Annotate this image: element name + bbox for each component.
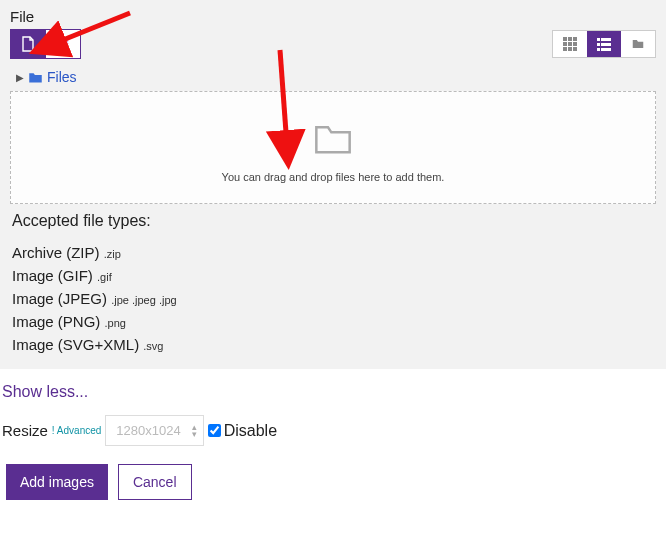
- svg-rect-14: [601, 48, 611, 51]
- disable-resize-label[interactable]: Disable: [208, 422, 277, 440]
- svg-rect-0: [563, 37, 567, 41]
- list-item: Image (PNG) .png: [12, 313, 654, 330]
- paperclip-icon: [56, 36, 70, 52]
- svg-rect-8: [573, 47, 577, 51]
- svg-rect-5: [573, 42, 577, 46]
- svg-rect-13: [597, 48, 600, 51]
- svg-rect-4: [568, 42, 572, 46]
- svg-rect-7: [568, 47, 572, 51]
- view-mode-toggle: [552, 30, 656, 58]
- select-arrows-icon: ▴▾: [192, 424, 197, 438]
- folder-icon: [28, 71, 43, 84]
- grid-icon: [563, 37, 577, 51]
- view-grid-button[interactable]: [553, 31, 587, 57]
- list-item: Image (GIF) .gif: [12, 267, 654, 284]
- chevron-right-icon: ▶: [16, 72, 24, 83]
- view-list-button[interactable]: [587, 31, 621, 57]
- view-folder-button[interactable]: [621, 31, 655, 57]
- resize-label: Resize: [2, 422, 48, 439]
- drop-zone[interactable]: You can drag and drop files here to add …: [10, 91, 656, 204]
- file-plus-icon: [21, 36, 35, 52]
- svg-rect-2: [573, 37, 577, 41]
- svg-rect-6: [563, 47, 567, 51]
- svg-rect-12: [601, 43, 611, 46]
- attach-file-button[interactable]: [45, 30, 80, 58]
- show-less-toggle[interactable]: Show less...: [2, 383, 88, 401]
- svg-rect-10: [601, 38, 611, 41]
- upload-mode-toggle: [10, 29, 81, 59]
- folder-icon: [631, 37, 645, 51]
- disable-resize-checkbox[interactable]: [208, 424, 221, 437]
- files-tree-label[interactable]: Files: [47, 69, 77, 85]
- advanced-link[interactable]: ! Advanced: [52, 425, 101, 436]
- svg-rect-1: [568, 37, 572, 41]
- list-item: Image (SVG+XML) .svg: [12, 336, 654, 353]
- file-tree-row[interactable]: ▶ Files: [10, 69, 656, 91]
- folder-outline-icon: [313, 122, 353, 156]
- accepted-types-list: Archive (ZIP) .zip Image (GIF) .gif Imag…: [12, 244, 654, 353]
- file-section-label: File: [10, 8, 656, 25]
- cancel-button[interactable]: Cancel: [118, 464, 192, 500]
- drop-hint-text: You can drag and drop files here to add …: [21, 171, 645, 183]
- new-file-button[interactable]: [11, 30, 45, 58]
- list-item: Image (JPEG) .jpe .jpeg .jpg: [12, 290, 654, 307]
- add-images-button[interactable]: Add images: [6, 464, 108, 500]
- resize-size-select[interactable]: 1280x1024 ▴▾: [105, 415, 203, 446]
- accepted-heading: Accepted file types:: [12, 212, 654, 230]
- svg-rect-11: [597, 43, 600, 46]
- svg-rect-9: [597, 38, 600, 41]
- list-item: Archive (ZIP) .zip: [12, 244, 654, 261]
- svg-rect-3: [563, 42, 567, 46]
- list-icon: [597, 37, 611, 51]
